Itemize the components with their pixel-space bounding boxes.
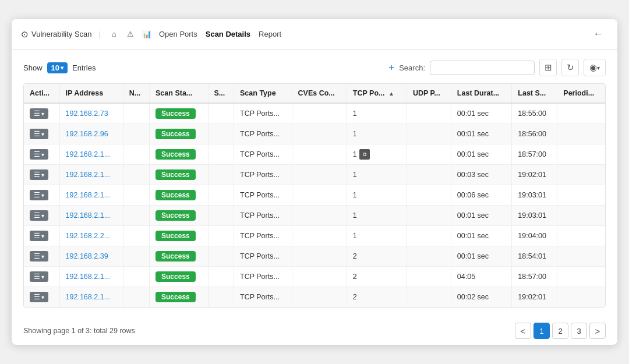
ip-address-link[interactable]: 192.168.2.1... (66, 293, 110, 301)
ip-address-link[interactable]: 192.168.2.2... (66, 232, 110, 240)
cell-tcp-ports: 1 (347, 226, 407, 246)
action-caret-icon: ▾ (41, 294, 44, 301)
action-button[interactable]: ☰▾ (30, 210, 48, 221)
pagination-prev[interactable]: < (515, 323, 531, 339)
col-header-tcp-ports[interactable]: TCP Po... ▲ (347, 84, 407, 103)
col-header-ip[interactable]: IP Address (59, 84, 123, 103)
cell-action: ☰▾ (24, 124, 59, 144)
pagination: < 1 2 3 > (515, 323, 606, 339)
alert-icon[interactable]: ⚠ (124, 28, 137, 41)
cell-action: ☰▾ (24, 226, 59, 246)
table-row: ☰▾192.168.2.1...SuccessTCP Ports...200:0… (24, 287, 605, 308)
search-input[interactable] (430, 61, 535, 75)
cell-action: ☰▾ (24, 246, 59, 267)
cell-cves (292, 206, 347, 226)
main-content: Show 10 ▾ Entries + Search: ⊞ ↻ ◉ ▾ (12, 50, 617, 317)
pagination-page-2[interactable]: 2 (552, 323, 568, 339)
nav-link-scan-details[interactable]: Scan Details (203, 29, 253, 40)
cell-cves (292, 165, 347, 185)
action-button[interactable]: ☰▾ (30, 169, 48, 180)
cell-s (208, 267, 234, 287)
col-header-cves[interactable]: CVEs Co... (292, 84, 347, 103)
ip-address-link[interactable]: 192.168.2.1... (66, 171, 110, 179)
pagination-next[interactable]: > (589, 323, 606, 339)
col-header-action[interactable]: Acti... (24, 84, 59, 103)
action-button[interactable]: ☰▾ (30, 292, 48, 302)
col-header-s[interactable]: S... (208, 84, 234, 103)
ip-address-link[interactable]: 192.168.2.96 (66, 130, 108, 138)
cell-scan-status: Success (150, 287, 208, 308)
cell-udp-ports (407, 246, 451, 267)
action-button[interactable]: ☰▾ (30, 149, 48, 160)
eye-dropdown-button[interactable]: ◉ ▾ (584, 59, 606, 76)
cell-ip: 192.168.2.1... (59, 206, 123, 226)
action-caret-icon: ▾ (41, 274, 44, 280)
cell-s (208, 165, 234, 185)
table-row: ☰▾192.168.2.1...SuccessTCP Ports...100:0… (24, 185, 605, 206)
col-header-scan-status[interactable]: Scan Sta... (150, 84, 208, 103)
col-header-last-scan[interactable]: Last S... (512, 84, 557, 103)
table-row: ☰▾192.168.2.1...SuccessTCP Ports...100:0… (24, 206, 605, 226)
hamburger-icon: ☰ (34, 252, 40, 260)
action-caret-icon: ▾ (41, 172, 44, 178)
eye-caret-icon: ▾ (597, 65, 600, 71)
ip-address-link[interactable]: 192.168.2.1... (66, 191, 110, 199)
ip-address-link[interactable]: 192.168.2.1... (66, 150, 110, 158)
cell-tcp-ports: 2 (347, 287, 407, 308)
cell-n (123, 267, 149, 287)
col-header-n[interactable]: N... (123, 84, 149, 103)
action-button[interactable]: ☰▾ (30, 271, 48, 282)
search-add-button[interactable]: + (388, 62, 394, 73)
show-count-selector[interactable]: 10 ▾ (47, 62, 68, 73)
cell-scan-type: TCP Ports... (234, 246, 292, 267)
cell-ip: 192.168.2.1... (59, 165, 123, 185)
action-button[interactable]: ☰▾ (30, 108, 48, 119)
cell-s (208, 124, 234, 144)
back-button[interactable]: ← (588, 26, 608, 43)
cell-s (208, 144, 234, 165)
ip-address-link[interactable]: 192.168.2.1... (66, 211, 110, 220)
col-header-last-duration[interactable]: Last Durat... (451, 84, 511, 103)
showing-text: Showing page 1 of 3: total 29 rows (23, 327, 135, 335)
ip-address-link[interactable]: 192.168.2.73 (66, 109, 108, 118)
nav-link-open-ports[interactable]: Open Ports (157, 29, 200, 40)
cell-udp-ports (407, 124, 451, 144)
col-header-periodic[interactable]: Periodi... (557, 84, 605, 103)
col-header-udp-ports[interactable]: UDP P... (407, 84, 451, 103)
action-caret-icon: ▾ (41, 151, 44, 158)
hamburger-icon: ☰ (34, 171, 40, 179)
table-row: ☰▾192.168.2.39SuccessTCP Ports...200:01 … (24, 246, 605, 267)
hamburger-icon: ☰ (34, 273, 40, 281)
home-icon[interactable]: ⌂ (108, 28, 121, 41)
cell-scan-status: Success (150, 144, 208, 165)
copy-icon[interactable]: ⧉ (359, 149, 370, 160)
cell-scan-type: TCP Ports... (234, 206, 292, 226)
nav-separator: | (99, 30, 101, 38)
hamburger-icon: ☰ (34, 211, 40, 220)
cell-cves (292, 124, 347, 144)
chart-icon[interactable]: 📊 (140, 28, 153, 41)
action-button[interactable]: ☰▾ (30, 251, 48, 261)
columns-icon: ⊞ (545, 62, 552, 73)
cell-action: ☰▾ (24, 287, 59, 308)
ip-address-link[interactable]: 192.168.2.1... (66, 273, 110, 281)
action-button[interactable]: ☰▾ (30, 231, 48, 241)
refresh-button[interactable]: ↻ (561, 59, 579, 76)
pagination-page-1[interactable]: 1 (533, 323, 550, 339)
action-button[interactable]: ☰▾ (30, 129, 48, 139)
col-header-scan-type[interactable]: Scan Type (234, 84, 292, 103)
nav-link-report[interactable]: Report (256, 29, 284, 40)
cell-last-duration: 04:05 (451, 267, 511, 287)
ip-address-link[interactable]: 192.168.2.39 (66, 252, 108, 260)
columns-toggle-button[interactable]: ⊞ (539, 59, 557, 76)
cell-last-duration: 00:02 sec (451, 287, 511, 308)
action-button[interactable]: ☰▾ (30, 190, 48, 200)
cell-scan-type: TCP Ports... (234, 103, 292, 124)
entries-label: Entries (72, 63, 96, 72)
pagination-page-3[interactable]: 3 (571, 323, 587, 339)
status-badge: Success (156, 108, 196, 119)
action-caret-icon: ▾ (41, 213, 44, 219)
tcp-count: 1 (353, 150, 357, 158)
cell-periodic (557, 267, 605, 287)
cell-action: ☰▾ (24, 103, 59, 124)
